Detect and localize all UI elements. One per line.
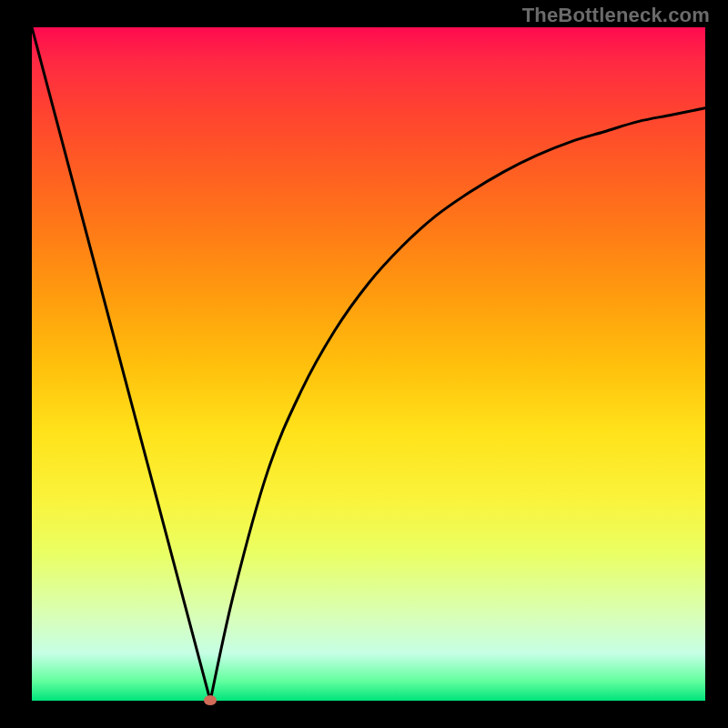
attribution-label: TheBottleneck.com <box>522 4 710 27</box>
chart-lines <box>32 27 705 701</box>
minimum-marker <box>204 695 217 705</box>
series-right-curve <box>210 108 705 701</box>
series-left-line <box>32 27 210 701</box>
plot-area <box>32 27 705 701</box>
chart-frame: TheBottleneck.com <box>0 0 728 728</box>
